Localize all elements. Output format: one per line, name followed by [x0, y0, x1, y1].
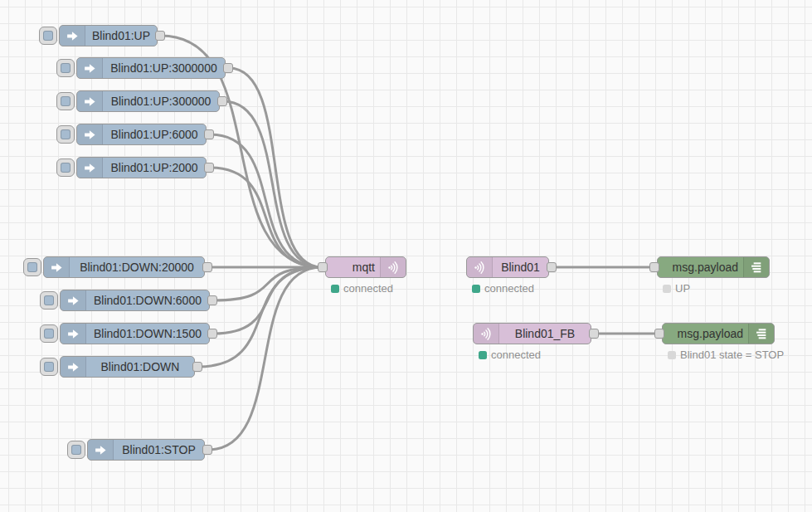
status-text: connected [491, 349, 541, 361]
node-label: Blind01 [493, 261, 548, 274]
wire-blind01_up_2000-to-mqtt_out[interactable] [210, 168, 322, 267]
input-port[interactable] [318, 262, 328, 272]
node-label: Blind01:STOP [114, 443, 204, 456]
status-dot-icon [668, 351, 676, 359]
wire-blind01_down_6000-to-mqtt_out[interactable] [213, 267, 322, 300]
output-port[interactable] [547, 262, 557, 272]
node-label: Blind01_FB [499, 327, 591, 340]
node-label: Blind01:DOWN:20000 [70, 261, 204, 274]
broadcast-icon [467, 257, 493, 277]
inject-button-inner [43, 31, 53, 41]
inject-button-inner [61, 129, 71, 139]
output-port[interactable] [155, 31, 165, 41]
node-status: UP [663, 282, 690, 295]
node-blind01_stop[interactable]: Blind01:STOP [87, 439, 205, 461]
output-port[interactable] [202, 262, 212, 272]
inject-arrow-icon [61, 324, 86, 344]
node-status: connected [472, 282, 534, 295]
node-blind01_in[interactable]: Blind01 [466, 256, 549, 278]
wire-blind01_stop-to-mqtt_out[interactable] [208, 267, 322, 450]
inject-arrow-icon [61, 290, 86, 310]
node-status: connected [331, 282, 393, 295]
inject-arrow-icon [77, 124, 103, 144]
node-blind01_up[interactable]: Blind01:UP [59, 25, 158, 46]
inject-button[interactable] [23, 258, 41, 276]
node-label: msg.payload [658, 261, 743, 274]
node-label: Blind01:UP:3000000 [103, 61, 225, 75]
inject-button[interactable] [40, 324, 58, 343]
output-port[interactable] [192, 362, 202, 372]
node-status: Blind01 state = STOP [668, 349, 784, 361]
wire-blind01_up_3000000-to-mqtt_out[interactable] [229, 68, 322, 267]
debug-list-icon [743, 257, 769, 277]
node-label: Blind01:UP:2000 [103, 161, 206, 174]
inject-button-inner [61, 96, 71, 106]
node-blind01_fb[interactable]: Blind01_FB [473, 323, 591, 344]
flow-canvas[interactable]: Blind01:UPBlind01:UP:3000000Blind01:UP:3… [0, 0, 812, 512]
node-debug_fb[interactable]: msg.payload [662, 323, 775, 344]
inject-arrow-icon [77, 58, 103, 78]
inject-arrow-icon [88, 440, 114, 460]
node-blind01_up_2000[interactable]: Blind01:UP:2000 [76, 157, 207, 178]
node-blind01_up_3000000[interactable]: Blind01:UP:3000000 [76, 57, 226, 79]
inject-button-inner [44, 329, 54, 339]
inject-button[interactable] [56, 59, 75, 77]
status-text: connected [484, 282, 534, 295]
inject-arrow-icon [60, 26, 85, 46]
node-blind01_down_20000[interactable]: Blind01:DOWN:20000 [43, 256, 205, 278]
output-port[interactable] [589, 329, 599, 339]
node-status: connected [479, 349, 541, 361]
node-blind01_down[interactable]: Blind01:DOWN [60, 356, 195, 378]
inject-arrow-icon [77, 91, 103, 111]
inject-button[interactable] [39, 27, 57, 45]
broadcast-icon [380, 257, 406, 277]
inject-button[interactable] [56, 158, 75, 177]
output-port[interactable] [217, 96, 227, 106]
node-label: Blind01:DOWN [86, 360, 194, 373]
node-label: Blind01:DOWN:1500 [86, 327, 209, 340]
inject-button[interactable] [56, 92, 75, 110]
output-port[interactable] [202, 445, 212, 455]
status-text: connected [343, 282, 393, 295]
inject-button-inner [44, 295, 54, 305]
inject-button[interactable] [40, 291, 58, 310]
inject-button-inner [44, 362, 54, 372]
node-blind01_up_300000[interactable]: Blind01:UP:300000 [76, 90, 220, 112]
status-dot-icon [472, 285, 480, 293]
status-dot-icon [331, 285, 339, 293]
inject-button-inner [61, 63, 71, 73]
output-port[interactable] [223, 63, 233, 73]
node-blind01_down_1500[interactable]: Blind01:DOWN:1500 [60, 323, 210, 344]
broadcast-icon [474, 324, 499, 344]
node-label: mqtt [326, 261, 380, 274]
inject-arrow-icon [61, 357, 86, 377]
status-text: Blind01 state = STOP [680, 349, 784, 361]
inject-arrow-icon [77, 158, 103, 178]
output-port[interactable] [204, 129, 214, 139]
node-mqtt_out[interactable]: mqtt [325, 256, 406, 278]
output-port[interactable] [204, 163, 214, 173]
debug-list-icon [748, 324, 774, 344]
inject-button-inner [71, 445, 81, 455]
status-dot-icon [479, 351, 487, 359]
output-port[interactable] [207, 295, 217, 305]
status-dot-icon [663, 285, 671, 293]
node-label: Blind01:UP:300000 [103, 95, 219, 108]
node-blind01_down_6000[interactable]: Blind01:DOWN:6000 [60, 290, 210, 311]
input-port[interactable] [654, 329, 664, 339]
inject-arrow-icon [44, 257, 70, 277]
node-debug_up[interactable]: msg.payload [657, 256, 770, 278]
node-label: Blind01:UP:6000 [103, 128, 206, 141]
node-label: Blind01:UP [85, 29, 157, 42]
input-port[interactable] [649, 262, 659, 272]
output-port[interactable] [207, 329, 217, 339]
wire-blind01_down-to-mqtt_out[interactable] [198, 267, 322, 367]
status-text: UP [675, 282, 690, 295]
node-label: msg.payload [663, 327, 748, 340]
inject-button[interactable] [67, 441, 85, 459]
node-label: Blind01:DOWN:6000 [86, 294, 209, 307]
inject-button[interactable] [56, 125, 75, 144]
inject-button-inner [61, 163, 71, 173]
inject-button[interactable] [40, 358, 58, 376]
node-blind01_up_6000[interactable]: Blind01:UP:6000 [76, 124, 207, 145]
